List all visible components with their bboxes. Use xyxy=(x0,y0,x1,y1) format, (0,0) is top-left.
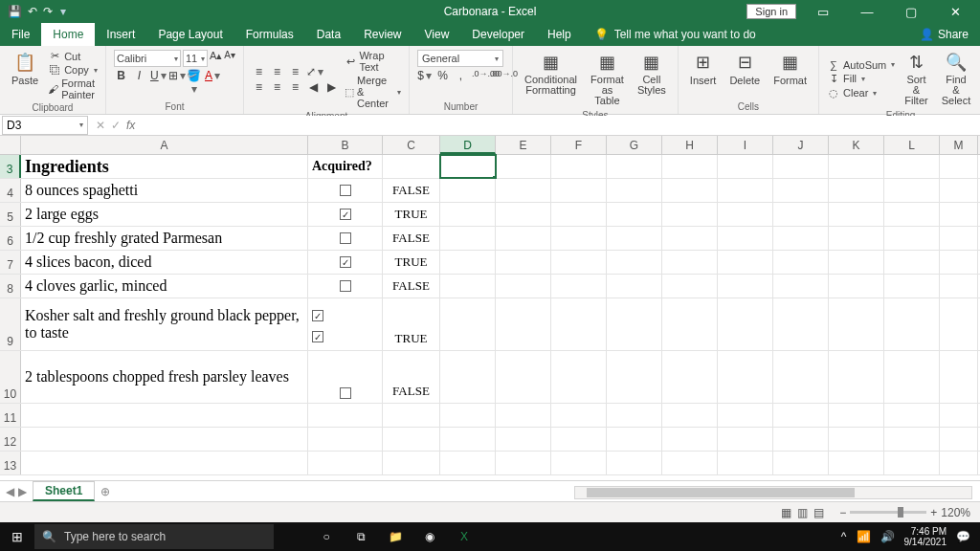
normal-view-icon[interactable]: ▦ xyxy=(781,506,791,519)
cell[interactable] xyxy=(383,404,440,427)
tab-review[interactable]: Review xyxy=(352,23,412,46)
cell[interactable] xyxy=(773,155,829,178)
cell[interactable] xyxy=(662,298,718,350)
cell[interactable] xyxy=(940,179,978,202)
fx-icon[interactable]: fx xyxy=(126,119,141,132)
cell[interactable] xyxy=(607,452,662,474)
row-header[interactable]: 7 xyxy=(0,251,21,274)
cell[interactable] xyxy=(383,452,440,474)
cell[interactable] xyxy=(829,428,884,451)
cell[interactable] xyxy=(551,251,607,274)
cell[interactable] xyxy=(496,179,551,202)
cell[interactable] xyxy=(829,351,884,403)
copy-button[interactable]: ⿻Copy ▾ xyxy=(48,64,98,76)
name-box[interactable]: D3▾ xyxy=(2,116,88,135)
decrease-font-icon[interactable]: A▾ xyxy=(224,50,235,67)
cell-ingredient[interactable]: 4 cloves garlic, minced xyxy=(21,275,308,298)
cell[interactable] xyxy=(884,155,940,178)
tab-file[interactable]: File xyxy=(0,23,41,46)
cell[interactable] xyxy=(829,452,884,474)
cell[interactable] xyxy=(551,404,607,427)
horizontal-scrollbar[interactable] xyxy=(574,486,972,499)
cell[interactable] xyxy=(773,452,829,474)
tab-help[interactable]: Help xyxy=(536,23,583,46)
cell[interactable] xyxy=(718,227,773,250)
cell[interactable] xyxy=(662,275,718,298)
cell[interactable] xyxy=(440,275,496,298)
cell[interactable] xyxy=(718,404,773,427)
fill-color-button[interactable]: 🪣▾ xyxy=(187,69,201,96)
cancel-formula-icon[interactable]: ✕ xyxy=(96,119,105,132)
cell[interactable] xyxy=(607,404,662,427)
cell[interactable] xyxy=(496,227,551,250)
cell-bool[interactable]: TRUE xyxy=(383,251,440,274)
sheet-tab[interactable]: Sheet1 xyxy=(33,481,95,501)
cell[interactable] xyxy=(718,452,773,474)
sheet-prev-icon[interactable]: ◀ xyxy=(6,485,14,498)
cell[interactable] xyxy=(884,251,940,274)
zoom-thumb[interactable] xyxy=(898,507,903,518)
cell[interactable] xyxy=(773,298,829,350)
cell[interactable] xyxy=(21,452,308,474)
close-icon[interactable]: ✕ xyxy=(938,5,972,19)
qat-customize-icon[interactable]: ▾ xyxy=(60,5,66,18)
cell[interactable] xyxy=(551,452,607,474)
fill-button[interactable]: ↧Fill▾ xyxy=(827,73,895,85)
cell-acquired[interactable]: ✓ xyxy=(308,203,383,226)
cell[interactable] xyxy=(773,428,829,451)
cell[interactable] xyxy=(308,404,383,427)
cell[interactable] xyxy=(607,179,662,202)
column-header-B[interactable]: B xyxy=(308,136,383,154)
cell[interactable] xyxy=(940,452,978,474)
cell-b3[interactable]: Acquired? xyxy=(308,155,383,178)
tab-page-layout[interactable]: Page Layout xyxy=(146,23,234,46)
cell[interactable] xyxy=(440,203,496,226)
column-header-A[interactable]: A xyxy=(21,136,308,154)
cell[interactable] xyxy=(718,298,773,350)
decrease-indent-icon[interactable]: ◀ xyxy=(306,80,321,94)
cell[interactable] xyxy=(829,155,884,178)
cell[interactable] xyxy=(607,251,662,274)
cell[interactable] xyxy=(440,351,496,403)
underline-button[interactable]: U▾ xyxy=(150,69,165,96)
volume-icon[interactable]: 🔊 xyxy=(880,530,895,543)
cell[interactable] xyxy=(773,351,829,403)
column-header-J[interactable]: J xyxy=(773,136,829,154)
cortana-icon[interactable]: ○ xyxy=(312,530,341,543)
cell[interactable] xyxy=(662,155,718,178)
cell[interactable] xyxy=(607,155,662,178)
number-format-dropdown[interactable]: General▾ xyxy=(417,50,503,67)
cell[interactable] xyxy=(884,179,940,202)
cell[interactable] xyxy=(551,227,607,250)
chrome-icon[interactable]: ◉ xyxy=(415,530,444,543)
cell[interactable] xyxy=(496,203,551,226)
cell[interactable] xyxy=(662,179,718,202)
checkbox[interactable] xyxy=(340,387,351,399)
cell[interactable] xyxy=(496,298,551,350)
row-header[interactable]: 11 xyxy=(0,404,21,427)
cell[interactable] xyxy=(718,275,773,298)
increase-decimal-icon[interactable]: .0→.00 xyxy=(472,69,486,82)
cell[interactable] xyxy=(496,155,551,178)
cell[interactable] xyxy=(718,251,773,274)
cell-acquired[interactable]: ✓ xyxy=(308,251,383,274)
save-icon[interactable]: 💾 xyxy=(8,5,22,18)
font-color-button[interactable]: A▾ xyxy=(205,69,219,96)
cell-bool[interactable]: FALSE xyxy=(383,179,440,202)
cell-bool[interactable]: FALSE xyxy=(383,227,440,250)
cell[interactable] xyxy=(496,351,551,403)
cell[interactable] xyxy=(308,452,383,474)
cell[interactable] xyxy=(496,251,551,274)
cell[interactable] xyxy=(440,452,496,474)
cell[interactable] xyxy=(884,275,940,298)
taskbar-search[interactable]: 🔍 Type here to search xyxy=(34,524,274,549)
cell[interactable] xyxy=(440,298,496,350)
excel-taskbar-icon[interactable]: X xyxy=(450,530,479,543)
cell[interactable] xyxy=(940,155,978,178)
cell[interactable] xyxy=(829,203,884,226)
column-header-G[interactable]: G xyxy=(607,136,662,154)
share-button[interactable]: 👤 Share xyxy=(920,23,980,46)
cell[interactable] xyxy=(662,227,718,250)
row-header[interactable]: 4 xyxy=(0,179,21,202)
cell-acquired[interactable] xyxy=(308,275,383,298)
